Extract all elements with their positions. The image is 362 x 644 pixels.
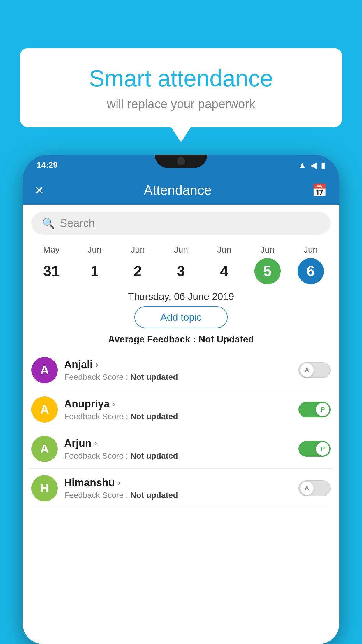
calendar-button[interactable]: 📅 xyxy=(312,183,327,197)
student-row: HHimanshu ›Feedback Score : Not updatedA xyxy=(29,469,333,508)
battery-icon: ▮ xyxy=(321,160,325,170)
chevron-icon: › xyxy=(96,360,98,369)
student-avatar: A xyxy=(31,357,58,383)
student-info: Arjun ›Feedback Score : Not updated xyxy=(64,437,292,461)
cal-date-number[interactable]: 31 xyxy=(38,258,64,284)
phone-frame: 14:29 ▲ ◀ ▮ × Attendance 📅 🔍 Search May3… xyxy=(23,155,339,644)
student-row: AAnupriya ›Feedback Score : Not updatedP xyxy=(29,390,333,429)
cal-day-5[interactable]: Jun5 xyxy=(250,245,285,284)
status-time: 14:29 xyxy=(37,160,58,170)
attendance-toggle[interactable]: A xyxy=(298,362,331,378)
feedback-score: Feedback Score : Not updated xyxy=(64,491,292,500)
cal-date-number[interactable]: 6 xyxy=(298,258,324,284)
student-avatar: A xyxy=(31,436,58,462)
cal-month-label: May xyxy=(43,245,60,255)
cal-month-label: Jun xyxy=(260,245,274,255)
feedback-score: Feedback Score : Not updated xyxy=(64,412,292,421)
cal-date-number[interactable]: 3 xyxy=(168,258,194,284)
student-list: AAnjali ›Feedback Score : Not updatedAAA… xyxy=(23,351,339,508)
feedback-score: Feedback Score : Not updated xyxy=(64,451,292,461)
cal-month-label: Jun xyxy=(174,245,188,255)
cal-day-3[interactable]: Jun3 xyxy=(164,245,198,284)
cal-month-label: Jun xyxy=(87,245,101,255)
chevron-icon: › xyxy=(118,478,120,487)
chevron-icon: › xyxy=(113,399,115,409)
add-topic-button[interactable]: Add topic xyxy=(134,306,228,328)
cal-date-number[interactable]: 5 xyxy=(254,258,281,284)
attendance-toggle[interactable]: A xyxy=(298,480,331,496)
student-info: Himanshu ›Feedback Score : Not updated xyxy=(64,477,292,500)
feedback-score: Feedback Score : Not updated xyxy=(64,372,292,382)
selected-date: Thursday, 06 June 2019 xyxy=(23,284,339,306)
student-name[interactable]: Himanshu › xyxy=(64,477,292,489)
student-name[interactable]: Arjun › xyxy=(64,437,292,449)
search-bar[interactable]: 🔍 Search xyxy=(31,212,331,235)
close-button[interactable]: × xyxy=(35,182,43,199)
avg-feedback-value: Not Updated xyxy=(198,334,254,344)
student-row: AArjun ›Feedback Score : Not updatedP xyxy=(29,429,333,469)
student-avatar: H xyxy=(31,475,58,501)
attendance-toggle[interactable]: P xyxy=(298,441,331,457)
cal-day-4[interactable]: Jun4 xyxy=(207,245,242,284)
cal-date-number[interactable]: 1 xyxy=(81,258,108,284)
search-input[interactable]: Search xyxy=(60,217,95,230)
cal-day-6[interactable]: Jun6 xyxy=(293,245,328,284)
search-icon: 🔍 xyxy=(42,217,55,230)
calendar-strip: May31Jun1Jun2Jun3Jun4Jun5Jun6 xyxy=(23,242,339,284)
bubble-subtitle: will replace your paperwork xyxy=(34,97,328,111)
student-name[interactable]: Anjali › xyxy=(64,358,292,371)
signal-icon: ◀ xyxy=(310,160,317,170)
status-icons: ▲ ◀ ▮ xyxy=(298,160,325,170)
cal-day-0[interactable]: May31 xyxy=(34,245,69,284)
average-feedback: Average Feedback : Not Updated xyxy=(23,334,339,345)
header-title: Attendance xyxy=(144,182,212,198)
cal-day-1[interactable]: Jun1 xyxy=(77,245,112,284)
notch xyxy=(155,155,207,168)
student-row: AAnjali ›Feedback Score : Not updatedA xyxy=(29,351,333,390)
cal-month-label: Jun xyxy=(217,245,231,255)
camera xyxy=(177,157,185,165)
cal-date-number[interactable]: 2 xyxy=(125,258,151,284)
cal-month-label: Jun xyxy=(304,245,318,255)
student-name[interactable]: Anupriya › xyxy=(64,398,292,410)
bubble-title: Smart attendance xyxy=(34,66,328,91)
cal-day-2[interactable]: Jun2 xyxy=(120,245,155,284)
screen-content: 🔍 Search May31Jun1Jun2Jun3Jun4Jun5Jun6 T… xyxy=(23,205,339,644)
avg-feedback-label: Average Feedback : xyxy=(108,334,198,344)
student-info: Anjali ›Feedback Score : Not updated xyxy=(64,358,292,382)
app-header: × Attendance 📅 xyxy=(23,176,339,205)
wifi-icon: ▲ xyxy=(298,160,306,170)
cal-month-label: Jun xyxy=(131,245,145,255)
cal-date-number[interactable]: 4 xyxy=(211,258,237,284)
speech-bubble: Smart attendance will replace your paper… xyxy=(20,48,342,127)
chevron-icon: › xyxy=(94,439,97,448)
student-avatar: A xyxy=(31,396,58,423)
attendance-toggle[interactable]: P xyxy=(298,402,331,417)
student-info: Anupriya ›Feedback Score : Not updated xyxy=(64,398,292,421)
